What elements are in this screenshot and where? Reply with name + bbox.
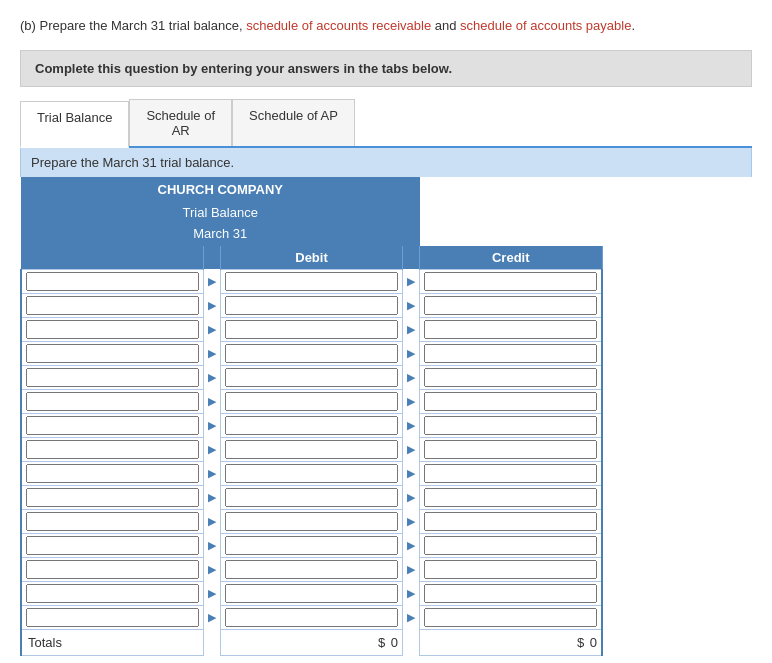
account-cell-13[interactable] — [21, 581, 204, 605]
credit-cell-5[interactable] — [420, 389, 603, 413]
credit-input-3[interactable] — [424, 344, 597, 363]
debit-cell-11[interactable] — [221, 533, 403, 557]
credit-cell-1[interactable] — [420, 293, 603, 317]
debit-input-0[interactable] — [225, 272, 398, 291]
credit-cell-4[interactable] — [420, 365, 603, 389]
debit-input-9[interactable] — [225, 488, 398, 507]
debit-cell-2[interactable] — [221, 317, 403, 341]
account-input-14[interactable] — [26, 608, 199, 627]
account-cell-14[interactable] — [21, 605, 204, 629]
debit-cell-10[interactable] — [221, 509, 403, 533]
account-input-7[interactable] — [26, 440, 199, 459]
account-cell-8[interactable] — [21, 461, 204, 485]
totals-credit-dollar: $ — [577, 635, 586, 650]
credit-cell-9[interactable] — [420, 485, 603, 509]
credit-cell-8[interactable] — [420, 461, 603, 485]
debit-cell-13[interactable] — [221, 581, 403, 605]
tab-trial-balance[interactable]: Trial Balance — [20, 101, 129, 148]
account-cell-2[interactable] — [21, 317, 204, 341]
debit-cell-4[interactable] — [221, 365, 403, 389]
debit-input-10[interactable] — [225, 512, 398, 531]
account-input-5[interactable] — [26, 392, 199, 411]
account-cell-9[interactable] — [21, 485, 204, 509]
tab-schedule-ap[interactable]: Schedule of AP — [232, 99, 355, 146]
debit-cell-14[interactable] — [221, 605, 403, 629]
account-input-13[interactable] — [26, 584, 199, 603]
credit-input-13[interactable] — [424, 584, 597, 603]
credit-cell-14[interactable] — [420, 605, 603, 629]
debit-input-13[interactable] — [225, 584, 398, 603]
account-input-1[interactable] — [26, 296, 199, 315]
credit-cell-7[interactable] — [420, 437, 603, 461]
debit-input-2[interactable] — [225, 320, 398, 339]
account-input-11[interactable] — [26, 536, 199, 555]
debit-input-8[interactable] — [225, 464, 398, 483]
credit-input-0[interactable] — [424, 272, 597, 291]
account-input-6[interactable] — [26, 416, 199, 435]
debit-cell-3[interactable] — [221, 341, 403, 365]
credit-input-1[interactable] — [424, 296, 597, 315]
debit-cell-1[interactable] — [221, 293, 403, 317]
account-input-8[interactable] — [26, 464, 199, 483]
debit-input-3[interactable] — [225, 344, 398, 363]
credit-input-12[interactable] — [424, 560, 597, 579]
account-cell-12[interactable] — [21, 557, 204, 581]
account-input-10[interactable] — [26, 512, 199, 531]
credit-cell-0[interactable] — [420, 269, 603, 293]
debit-input-4[interactable] — [225, 368, 398, 387]
credit-input-14[interactable] — [424, 608, 597, 627]
credit-cell-6[interactable] — [420, 413, 603, 437]
account-cell-1[interactable] — [21, 293, 204, 317]
account-cell-6[interactable] — [21, 413, 204, 437]
debit-cell-9[interactable] — [221, 485, 403, 509]
credit-input-11[interactable] — [424, 536, 597, 555]
account-cell-10[interactable] — [21, 509, 204, 533]
tab-schedule-ar[interactable]: Schedule of AR — [129, 99, 232, 146]
account-cell-5[interactable] — [21, 389, 204, 413]
debit-input-11[interactable] — [225, 536, 398, 555]
credit-cell-13[interactable] — [420, 581, 603, 605]
account-input-12[interactable] — [26, 560, 199, 579]
debit-cell-0[interactable] — [221, 269, 403, 293]
credit-input-5[interactable] — [424, 392, 597, 411]
credit-cell-10[interactable] — [420, 509, 603, 533]
credit-input-6[interactable] — [424, 416, 597, 435]
table-row: ▶▶ — [21, 485, 602, 509]
credit-input-4[interactable] — [424, 368, 597, 387]
debit-cell-7[interactable] — [221, 437, 403, 461]
debit-input-1[interactable] — [225, 296, 398, 315]
account-input-4[interactable] — [26, 368, 199, 387]
credit-input-10[interactable] — [424, 512, 597, 531]
account-input-3[interactable] — [26, 344, 199, 363]
debit-input-12[interactable] — [225, 560, 398, 579]
account-input-0[interactable] — [26, 272, 199, 291]
credit-cell-3[interactable] — [420, 341, 603, 365]
account-cell-7[interactable] — [21, 437, 204, 461]
debit-cell-8[interactable] — [221, 461, 403, 485]
debit-cell-12[interactable] — [221, 557, 403, 581]
debit-cell-5[interactable] — [221, 389, 403, 413]
arrow-credit-6: ▶ — [403, 413, 420, 437]
account-cell-4[interactable] — [21, 365, 204, 389]
debit-cell-6[interactable] — [221, 413, 403, 437]
account-input-2[interactable] — [26, 320, 199, 339]
debit-input-7[interactable] — [225, 440, 398, 459]
account-input-9[interactable] — [26, 488, 199, 507]
credit-cell-11[interactable] — [420, 533, 603, 557]
schedule-ap-link[interactable]: schedule of accounts payable — [460, 18, 631, 33]
account-cell-3[interactable] — [21, 341, 204, 365]
debit-input-14[interactable] — [225, 608, 398, 627]
credit-input-2[interactable] — [424, 320, 597, 339]
credit-cell-12[interactable] — [420, 557, 603, 581]
schedule-ar-link[interactable]: schedule of accounts receivable — [246, 18, 431, 33]
credit-input-8[interactable] — [424, 464, 597, 483]
account-cell-0[interactable] — [21, 269, 204, 293]
totals-debit-arrow — [204, 629, 221, 655]
credit-input-7[interactable] — [424, 440, 597, 459]
credit-input-9[interactable] — [424, 488, 597, 507]
credit-cell-2[interactable] — [420, 317, 603, 341]
debit-input-6[interactable] — [225, 416, 398, 435]
account-cell-11[interactable] — [21, 533, 204, 557]
debit-input-5[interactable] — [225, 392, 398, 411]
debit-col-header: Debit — [221, 246, 403, 270]
